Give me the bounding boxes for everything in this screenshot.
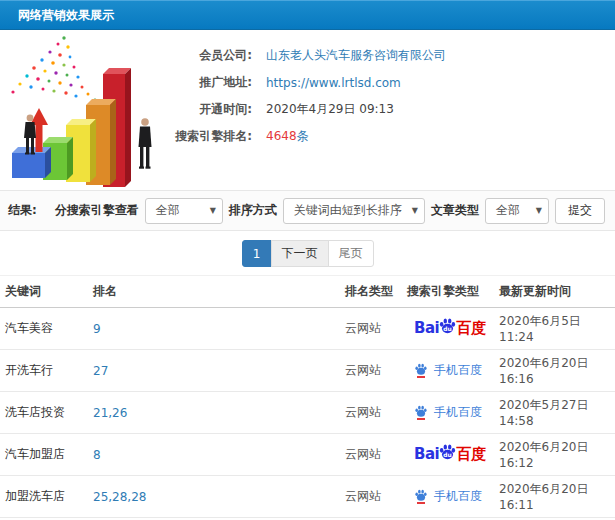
open-time-label: 开通时间: [160, 101, 252, 118]
updated-cell: 2020年6月20日 16:16 [494, 350, 615, 392]
rank-cell: 9 [88, 308, 340, 350]
rank-type-cell: 云网站 [340, 476, 402, 518]
results-table-body: 汽车美容9云网站 Bai du 百度 2020年6月5日 11:24开洗车行27… [0, 308, 615, 520]
baidu-logo-text: Bai [414, 447, 439, 462]
engine-rank-count-value: 4648条 [266, 128, 309, 145]
mobile-baidu-label: 手机百度 [434, 362, 482, 379]
mobile-baidu-label: 手机百度 [434, 404, 482, 421]
mobile-baidu-badge: 手机百度 [414, 404, 482, 421]
company-info-panel: 会员公司: 山东老人头汽车服务咨询有限公司 推广地址: https://www.… [160, 30, 615, 190]
baidu-paw-icon: du [438, 316, 457, 335]
keyword-cell: 加盟洗车店 [0, 476, 88, 518]
member-company-link[interactable]: 山东老人头汽车服务咨询有限公司 [266, 47, 446, 64]
keyword-cell: 汽车美容 [0, 308, 88, 350]
engine-cell: 手机百度 [402, 476, 494, 518]
baidu-logo: Bai du 百度 [414, 321, 486, 336]
promo-url-link[interactable]: https://www.lrtlsd.com [266, 76, 401, 90]
filter-bar: 结果: 分搜索引擎查看 全部 ▼ 排序方式 关键词由短到长排序 ▼ 文章类型 全… [0, 190, 615, 231]
red-underline [417, 418, 425, 420]
baidu-logo-text: Bai [414, 321, 439, 336]
result-label: 结果: [8, 202, 37, 219]
sort-label: 排序方式 [229, 202, 277, 219]
table-row: 汽车加盟店8云网站 Bai du 百度 2020年6月20日 16:12 [0, 434, 615, 476]
red-underline [417, 376, 425, 378]
article-type-label: 文章类型 [431, 202, 479, 219]
engine-filter-selected-value: 全部 [156, 202, 180, 219]
baidu-logo-cn: 百度 [456, 321, 486, 336]
column-header-0: 关键词 [0, 276, 88, 308]
keyword-cell: 汽车加盟店 [0, 434, 88, 476]
member-company-label: 会员公司: [160, 47, 252, 64]
info-row-promo-url: 推广地址: https://www.lrtlsd.com [160, 69, 615, 96]
chevron-down-icon: ▼ [412, 206, 418, 215]
updated-cell: 2020年6月20日 16:11 [494, 476, 615, 518]
sort-select[interactable]: 关键词由短到长排序 ▼ [283, 198, 425, 224]
last-page-button[interactable]: 尾页 [328, 240, 374, 267]
header-section: 会员公司: 山东老人头汽车服务咨询有限公司 推广地址: https://www.… [0, 30, 615, 190]
mobile-baidu-label: 手机百度 [434, 488, 482, 505]
table-row: 加盟洗车店25,28,28云网站 手机百度 2020年6月20日 16:11 [0, 476, 615, 518]
pagination: 1 下一页 尾页 [0, 231, 615, 275]
rank-count-number: 4648 [266, 129, 297, 143]
baidu-logo-cn: 百度 [456, 447, 486, 462]
rank-type-cell: 云网站 [340, 350, 402, 392]
open-time-value: 2020年4月29日 09:13 [266, 101, 394, 118]
article-type-selected-value: 全部 [496, 202, 520, 219]
baidu-paw-icon: du [438, 442, 457, 461]
confetti-dots [11, 36, 96, 101]
engine-cell: 手机百度 [402, 392, 494, 434]
mobile-baidu-badge: 手机百度 [414, 362, 482, 379]
submit-button[interactable]: 提交 [555, 198, 605, 224]
updated-cell: 2020年6月20日 16:12 [494, 434, 615, 476]
chevron-down-icon: ▼ [536, 206, 542, 215]
baidu-paw-icon [414, 404, 428, 418]
rank-type-cell: 云网站 [340, 308, 402, 350]
svg-text:du: du [443, 325, 451, 332]
bar-chart-clipart-image [0, 30, 160, 188]
red-underline [417, 502, 425, 504]
info-row-engine-rank-count: 搜索引擎排名: 4648条 [160, 123, 615, 150]
baidu-paw-icon [414, 362, 428, 376]
page-title: 网络营销效果展示 [18, 8, 114, 22]
table-row: 洗车店投资21,26云网站 手机百度 2020年5月27日 14:58 [0, 392, 615, 434]
rank-count-unit: 条 [297, 129, 309, 143]
engine-cell: 手机百度 [402, 350, 494, 392]
rank-cell: 8 [88, 434, 340, 476]
keyword-cell: 洗车店投资 [0, 392, 88, 434]
filter-group: 分搜索引擎查看 全部 ▼ 排序方式 关键词由短到长排序 ▼ 文章类型 全部 ▼ … [55, 198, 605, 224]
businessman-right-figure [139, 118, 152, 169]
table-row: 汽车美容9云网站 Bai du 百度 2020年6月5日 11:24 [0, 308, 615, 350]
next-page-button[interactable]: 下一页 [271, 240, 329, 267]
engine-filter-label: 分搜索引擎查看 [55, 202, 139, 219]
table-header-row: 关键词排名排名类型搜索引擎类型最新更新时间 [0, 276, 615, 308]
column-header-1: 排名 [88, 276, 340, 308]
column-header-3: 搜索引擎类型 [402, 276, 494, 308]
column-header-2: 排名类型 [340, 276, 402, 308]
updated-cell: 2020年5月27日 14:58 [494, 392, 615, 434]
info-row-member-company: 会员公司: 山东老人头汽车服务咨询有限公司 [160, 42, 615, 69]
article-type-select[interactable]: 全部 ▼ [485, 198, 549, 224]
rank-type-cell: 云网站 [340, 434, 402, 476]
results-table: 关键词排名排名类型搜索引擎类型最新更新时间 汽车美容9云网站 Bai du 百度… [0, 275, 615, 520]
baidu-paw-icon [414, 488, 428, 502]
engine-cell: Bai du 百度 [402, 434, 494, 476]
keyword-cell: 开洗车行 [0, 350, 88, 392]
mobile-baidu-badge: 手机百度 [414, 488, 482, 505]
page-1-button[interactable]: 1 [242, 240, 272, 267]
rank-cell: 21,26 [88, 392, 340, 434]
engine-rank-count-label: 搜索引擎排名: [160, 128, 252, 145]
rank-cell: 27 [88, 350, 340, 392]
svg-text:du: du [443, 451, 451, 458]
updated-cell: 2020年6月5日 11:24 [494, 308, 615, 350]
chevron-down-icon: ▼ [210, 206, 216, 215]
rank-type-cell: 云网站 [340, 392, 402, 434]
sort-selected-value: 关键词由短到长排序 [294, 202, 402, 219]
table-row: 开洗车行27云网站 手机百度 2020年6月20日 16:16 [0, 350, 615, 392]
engine-filter-select[interactable]: 全部 ▼ [145, 198, 223, 224]
info-row-open-time: 开通时间: 2020年4月29日 09:13 [160, 96, 615, 123]
rank-cell: 25,28,28 [88, 476, 340, 518]
engine-cell: Bai du 百度 [402, 308, 494, 350]
promo-url-label: 推广地址: [160, 74, 252, 91]
baidu-logo: Bai du 百度 [414, 447, 486, 462]
column-header-4: 最新更新时间 [494, 276, 615, 308]
